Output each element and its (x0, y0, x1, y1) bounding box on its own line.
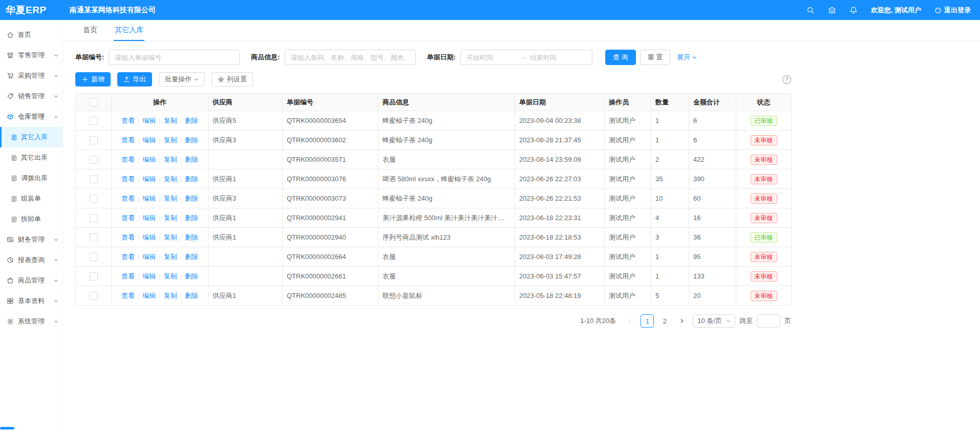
sidebar-item-系统管理[interactable]: 系统管理 (0, 311, 62, 332)
export-button[interactable]: 导出 (117, 72, 152, 87)
row-checkbox[interactable] (90, 233, 98, 242)
action-copy-link[interactable]: 复制 (164, 292, 177, 299)
action-edit-link[interactable]: 编辑 (142, 233, 156, 241)
action-view-link[interactable]: 查看 (121, 233, 135, 241)
action-delete-link[interactable]: 删除 (185, 214, 198, 222)
action-copy-link[interactable]: 复制 (164, 214, 177, 222)
row-checkbox[interactable] (90, 292, 98, 300)
action-delete-link[interactable]: 删除 (185, 156, 198, 163)
sidebar-item-零售管理[interactable]: 零售管理 (0, 45, 62, 66)
row-checkbox[interactable] (90, 175, 98, 183)
expand-link[interactable]: 展开 (677, 53, 697, 62)
action-edit-link[interactable]: 编辑 (142, 272, 156, 280)
bill-no-label: 单据编号: (75, 53, 104, 62)
bell-icon[interactable] (849, 6, 858, 14)
action-edit-link[interactable]: 编辑 (142, 253, 156, 261)
action-delete-link[interactable]: 删除 (185, 136, 198, 144)
action-delete-link[interactable]: 删除 (185, 195, 198, 202)
action-delete-link[interactable]: 删除 (185, 175, 198, 183)
tab-home[interactable]: 首页 (82, 20, 98, 41)
search-button[interactable]: 查 询 (605, 50, 636, 65)
action-copy-link[interactable]: 复制 (164, 117, 177, 124)
bank-icon[interactable] (828, 6, 836, 14)
action-copy-link[interactable]: 复制 (164, 175, 177, 183)
add-button[interactable]: 新增 (75, 72, 111, 87)
action-edit-link[interactable]: 编辑 (142, 136, 156, 144)
action-copy-link[interactable]: 复制 (164, 233, 177, 241)
select-all-checkbox[interactable] (90, 98, 98, 106)
action-copy-link[interactable]: 复制 (164, 253, 177, 261)
cell-operator: 测试用户 (605, 267, 651, 286)
action-separator: | (180, 292, 182, 299)
sidebar-item-商品管理[interactable]: 商品管理 (0, 270, 62, 291)
jump-page-input[interactable] (757, 314, 780, 328)
action-view-link[interactable]: 查看 (121, 272, 135, 280)
row-checkbox[interactable] (90, 156, 98, 164)
action-view-link[interactable]: 查看 (121, 136, 135, 144)
sidebar-subitem-其它入库[interactable]: 其它入库 (0, 127, 62, 147)
row-checkbox[interactable] (90, 214, 98, 222)
action-view-link[interactable]: 查看 (121, 117, 135, 124)
sidebar-item-基本资料[interactable]: 基本资料 (0, 291, 62, 311)
action-edit-link[interactable]: 编辑 (142, 292, 156, 299)
sidebar-subitem-组装单[interactable]: 组装单 (0, 188, 62, 209)
system-icon (7, 318, 14, 325)
date-end-input[interactable] (530, 54, 581, 61)
row-checkbox[interactable] (90, 117, 98, 125)
batch-actions-button[interactable]: 批量操作 (159, 72, 205, 87)
sidebar-subitem-调拨出库[interactable]: 调拨出库 (0, 168, 62, 188)
reset-button[interactable]: 重 置 (640, 50, 671, 65)
scrollbar-thumb[interactable] (0, 427, 14, 429)
date-start-input[interactable] (466, 54, 518, 61)
sidebar-item-采购管理[interactable]: 采购管理 (0, 66, 62, 86)
logout-button[interactable]: 退出登录 (934, 6, 971, 15)
row-checkbox[interactable] (90, 272, 98, 281)
sidebar-subitem-拆卸单[interactable]: 拆卸单 (0, 209, 62, 229)
action-delete-link[interactable]: 删除 (185, 272, 198, 280)
action-edit-link[interactable]: 编辑 (142, 214, 156, 222)
date-range-picker[interactable]: ~ (460, 50, 592, 65)
sidebar-item-仓库管理[interactable]: 仓库管理 (0, 106, 62, 127)
sidebar-item-财务管理[interactable]: 财务管理 (0, 229, 62, 250)
action-edit-link[interactable]: 编辑 (142, 195, 156, 202)
action-edit-link[interactable]: 编辑 (142, 175, 156, 183)
page-button-2[interactable]: 2 (658, 314, 671, 328)
sidebar-item-销售管理[interactable]: 销售管理 (0, 86, 62, 106)
report-icon (7, 256, 14, 264)
action-edit-link[interactable]: 编辑 (142, 117, 156, 124)
search-icon[interactable] (806, 6, 815, 14)
action-view-link[interactable]: 查看 (121, 156, 135, 163)
bill-no-input[interactable] (109, 50, 240, 65)
sidebar-subitem-其它出库[interactable]: 其它出库 (0, 147, 62, 168)
action-view-link[interactable]: 查看 (121, 195, 135, 202)
action-copy-link[interactable]: 复制 (164, 156, 177, 163)
action-view-link[interactable]: 查看 (121, 214, 135, 222)
action-view-link[interactable]: 查看 (121, 253, 135, 261)
sidebar-item-首页[interactable]: 首页 (0, 25, 62, 45)
page-button-1[interactable]: 1 (641, 314, 654, 328)
action-view-link[interactable]: 查看 (121, 292, 135, 299)
action-delete-link[interactable]: 删除 (185, 117, 198, 124)
column-settings-button[interactable]: 列设置 (211, 72, 253, 87)
action-copy-link[interactable]: 复制 (164, 195, 177, 202)
action-edit-link[interactable]: 编辑 (142, 156, 156, 163)
tab-other-inbound[interactable]: 其它入库 (114, 20, 144, 41)
welcome-user[interactable]: 欢迎您, 测试用户 (871, 6, 921, 15)
action-delete-link[interactable]: 删除 (185, 292, 198, 299)
row-checkbox[interactable] (90, 136, 98, 144)
prev-page-button[interactable] (623, 314, 636, 328)
sidebar-item-报表查询[interactable]: 报表查询 (0, 250, 62, 270)
help-icon[interactable]: ? (782, 75, 791, 84)
action-copy-link[interactable]: 复制 (164, 136, 177, 144)
action-copy-link[interactable]: 复制 (164, 272, 177, 280)
row-checkbox[interactable] (90, 253, 98, 261)
action-delete-link[interactable]: 删除 (185, 253, 198, 261)
action-separator: | (180, 233, 182, 241)
row-checkbox[interactable] (90, 195, 98, 203)
action-view-link[interactable]: 查看 (121, 175, 135, 183)
next-page-button[interactable] (675, 314, 689, 328)
product-info-input[interactable] (285, 50, 416, 65)
page-size-select[interactable]: 10 条/页 (693, 314, 735, 328)
action-delete-link[interactable]: 删除 (185, 233, 198, 241)
action-separator: | (159, 117, 160, 124)
